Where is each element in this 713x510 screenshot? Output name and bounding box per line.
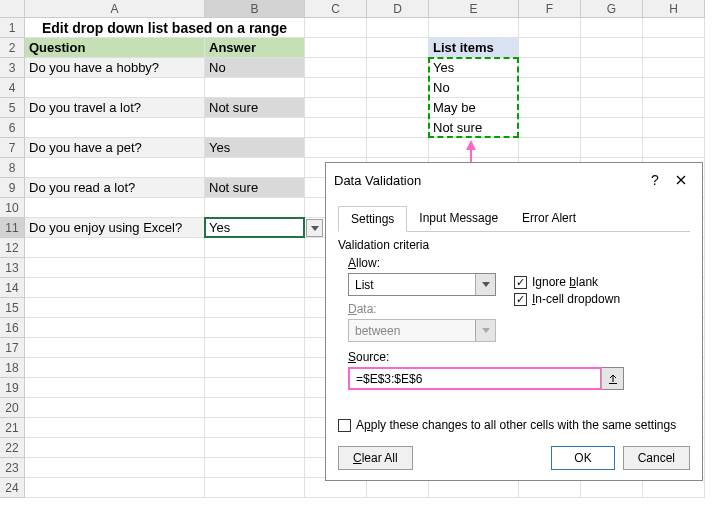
row-header[interactable]: 8	[0, 158, 25, 178]
cell-answer-active[interactable]: Yes	[205, 218, 305, 238]
cell-question[interactable]: Do you travel a lot?	[25, 98, 205, 118]
cell[interactable]	[305, 478, 367, 498]
cell[interactable]	[25, 458, 205, 478]
row-header[interactable]: 2	[0, 38, 25, 58]
incell-dropdown-checkbox[interactable]: In-cell dropdown	[514, 292, 620, 306]
row-header[interactable]: 9	[0, 178, 25, 198]
cell[interactable]	[643, 138, 705, 158]
cell[interactable]	[581, 98, 643, 118]
ignore-blank-checkbox[interactable]: Ignore blank	[514, 275, 620, 289]
dropdown-button[interactable]	[306, 219, 323, 237]
cell[interactable]	[581, 58, 643, 78]
row-header[interactable]: 12	[0, 238, 25, 258]
cell[interactable]	[25, 158, 205, 178]
cell[interactable]	[367, 38, 429, 58]
cancel-button[interactable]: Cancel	[623, 446, 690, 470]
apply-to-all-checkbox[interactable]: Apply these changes to all other cells w…	[338, 418, 690, 432]
cell[interactable]	[367, 18, 429, 38]
cell[interactable]	[581, 18, 643, 38]
cell[interactable]	[519, 78, 581, 98]
cell[interactable]	[581, 478, 643, 498]
row-header[interactable]: 23	[0, 458, 25, 478]
clear-all-button[interactable]: Clear All	[338, 446, 413, 470]
cell[interactable]	[25, 418, 205, 438]
cell[interactable]	[305, 58, 367, 78]
col-header-F[interactable]: F	[519, 0, 581, 18]
row-header[interactable]: 6	[0, 118, 25, 138]
help-button[interactable]: ?	[642, 169, 668, 191]
collapse-dialog-button[interactable]	[601, 368, 623, 389]
cell-answer[interactable]: Yes	[205, 138, 305, 158]
cell[interactable]	[305, 118, 367, 138]
tab-settings[interactable]: Settings	[338, 206, 407, 232]
cell[interactable]	[429, 138, 519, 158]
tab-input-message[interactable]: Input Message	[407, 206, 510, 232]
cell[interactable]	[205, 458, 305, 478]
cell[interactable]	[205, 158, 305, 178]
row-header[interactable]: 5	[0, 98, 25, 118]
row-header[interactable]: 11	[0, 218, 25, 238]
cell[interactable]	[205, 338, 305, 358]
cell[interactable]	[643, 78, 705, 98]
question-header[interactable]: Question	[25, 38, 205, 58]
cell-question[interactable]: Do you read a lot?	[25, 178, 205, 198]
select-all-corner[interactable]	[0, 0, 25, 18]
col-header-B[interactable]: B	[205, 0, 305, 18]
close-button[interactable]	[668, 169, 694, 191]
row-header[interactable]: 10	[0, 198, 25, 218]
cell[interactable]	[205, 258, 305, 278]
col-header-D[interactable]: D	[367, 0, 429, 18]
cell[interactable]	[25, 198, 205, 218]
cell[interactable]	[581, 118, 643, 138]
cell[interactable]	[305, 138, 367, 158]
answer-header[interactable]: Answer	[205, 38, 305, 58]
cell[interactable]	[643, 98, 705, 118]
cell[interactable]	[205, 278, 305, 298]
cell[interactable]	[25, 318, 205, 338]
cell[interactable]	[367, 478, 429, 498]
col-header-A[interactable]: A	[25, 0, 205, 18]
row-header[interactable]: 16	[0, 318, 25, 338]
cell-list-item[interactable]: Not sure	[429, 118, 519, 138]
cell[interactable]	[519, 38, 581, 58]
cell-question[interactable]: Do you enjoy using Excel?	[25, 218, 205, 238]
cell[interactable]	[25, 438, 205, 458]
row-header[interactable]: 22	[0, 438, 25, 458]
row-header[interactable]: 4	[0, 78, 25, 98]
cell[interactable]	[429, 478, 519, 498]
row-header[interactable]: 17	[0, 338, 25, 358]
row-header[interactable]: 14	[0, 278, 25, 298]
row-header[interactable]: 13	[0, 258, 25, 278]
cell[interactable]	[519, 98, 581, 118]
cell[interactable]	[205, 78, 305, 98]
cell[interactable]	[429, 18, 519, 38]
cell[interactable]	[519, 138, 581, 158]
cell[interactable]	[25, 478, 205, 498]
cell[interactable]	[25, 278, 205, 298]
cell[interactable]	[25, 378, 205, 398]
title-cell[interactable]: Edit drop down list based on a range	[25, 18, 305, 38]
col-header-C[interactable]: C	[305, 0, 367, 18]
source-input[interactable]: =$E$3:$E$6	[348, 367, 602, 390]
cell[interactable]	[25, 298, 205, 318]
col-header-H[interactable]: H	[643, 0, 705, 18]
cell[interactable]	[205, 198, 305, 218]
cell[interactable]	[205, 438, 305, 458]
cell[interactable]	[205, 418, 305, 438]
cell-list-item[interactable]: Yes	[429, 58, 519, 78]
cell[interactable]	[25, 398, 205, 418]
cell[interactable]	[205, 478, 305, 498]
cell[interactable]	[643, 478, 705, 498]
cell[interactable]	[205, 118, 305, 138]
row-header[interactable]: 18	[0, 358, 25, 378]
cell-answer[interactable]: Not sure	[205, 178, 305, 198]
cell-list-item[interactable]: May be	[429, 98, 519, 118]
cell[interactable]	[25, 358, 205, 378]
row-header[interactable]: 15	[0, 298, 25, 318]
col-header-E[interactable]: E	[429, 0, 519, 18]
row-header[interactable]: 1	[0, 18, 25, 38]
cell[interactable]	[581, 138, 643, 158]
cell[interactable]	[305, 78, 367, 98]
cell[interactable]	[205, 378, 305, 398]
tab-error-alert[interactable]: Error Alert	[510, 206, 588, 232]
